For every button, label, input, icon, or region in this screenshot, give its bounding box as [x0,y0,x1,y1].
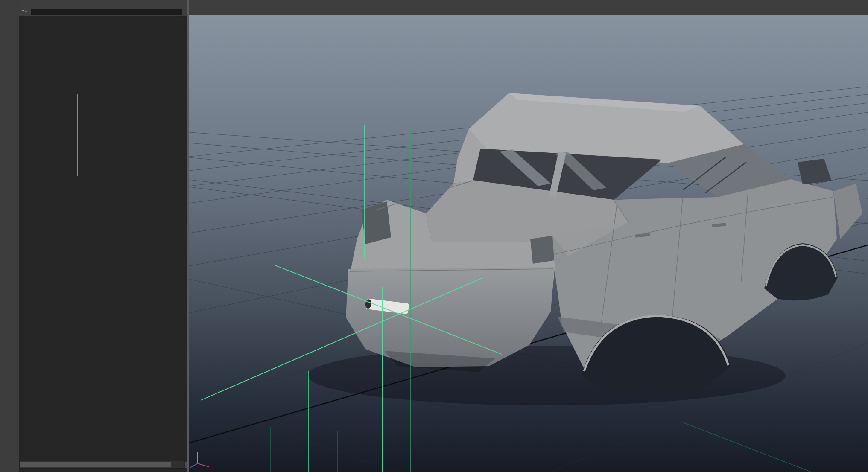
viewport-iconbar [189,7,868,15]
tree-connector [77,94,78,176]
viewport-canvas[interactable] [189,15,868,472]
outliner-search-row [19,7,187,17]
tree-connector [69,87,69,210]
filter-icon[interactable] [21,9,29,15]
toolbox [0,0,20,472]
outliner-tree[interactable] [19,16,179,460]
viewport-menubar [189,0,868,7]
tree-connector [86,154,86,168]
maya-window: ▲ ▼ ◀ ▶ [0,0,868,472]
outliner-panel: ▲ ▼ ◀ ▶ [19,0,187,472]
outliner-menubar [19,0,187,8]
viewport-panel [189,0,868,472]
outliner-hscrollbar[interactable]: ◀ ▶ [19,461,199,469]
hscroll-thumb[interactable] [20,462,171,468]
outliner-search-input[interactable] [31,9,182,15]
car-taillight-right [530,236,554,264]
